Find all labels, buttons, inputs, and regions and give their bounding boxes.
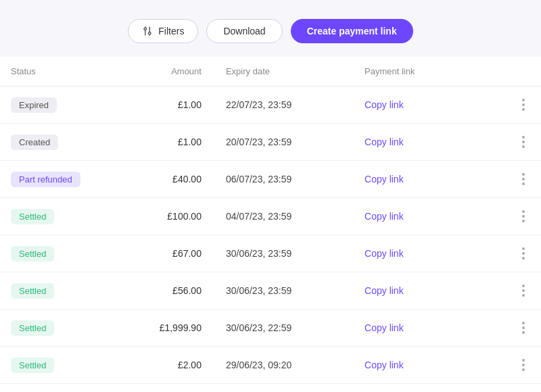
row-menu-button[interactable] (517, 319, 530, 337)
status-cell: Settled (0, 272, 139, 310)
payment-link-cell: Copy link (354, 198, 507, 235)
create-payment-link-button[interactable]: Create payment link (291, 19, 413, 43)
row-menu-button[interactable] (517, 245, 530, 262)
status-badge: Settled (11, 320, 54, 336)
expiry-cell: 04/07/23, 23:59 (215, 198, 354, 235)
dot (522, 182, 525, 185)
dot (522, 368, 525, 371)
menu-cell (507, 347, 541, 384)
dot (522, 252, 525, 255)
dot (522, 285, 525, 287)
copy-link-button[interactable]: Copy link (364, 211, 404, 222)
dot (522, 359, 525, 362)
column-header-expiry: Expiry date (215, 57, 354, 87)
status-cell: Expired (0, 87, 139, 124)
dot (522, 247, 525, 250)
row-menu-button[interactable] (517, 170, 530, 188)
column-header-status: Status (0, 57, 139, 87)
dot (522, 145, 525, 148)
table-row: Expired £1.00 22/07/23, 23:59 Copy link (0, 87, 541, 124)
dot (522, 178, 525, 180)
svg-point-1 (149, 32, 151, 34)
table-row: Part refunded £40.00 06/07/23, 23:59 Cop… (0, 161, 541, 198)
status-cell: Created (0, 124, 139, 161)
dot (522, 108, 525, 111)
dot (522, 257, 525, 260)
status-cell: Settled (0, 347, 139, 384)
amount-cell: £1.00 (139, 87, 215, 124)
copy-link-button[interactable]: Copy link (364, 322, 404, 333)
table-row: Settled £56.00 30/06/23, 23:59 Copy link (0, 272, 541, 310)
amount-cell: £100.00 (139, 198, 215, 235)
menu-cell (507, 124, 541, 161)
payment-links-table: Status Amount Expiry date Payment link (0, 57, 541, 392)
dot (522, 99, 525, 101)
filters-button[interactable]: Filters (128, 19, 198, 43)
download-button[interactable]: Download (206, 19, 282, 43)
payment-link-cell: Copy link (354, 87, 507, 124)
expiry-cell: 30/06/23, 22:59 (215, 310, 354, 347)
expiry-cell: 30/06/23, 23:59 (215, 235, 354, 272)
status-cell: Part refunded (0, 161, 139, 198)
dot (522, 210, 525, 213)
row-menu-button[interactable] (517, 207, 530, 225)
payment-link-cell: Copy link (354, 124, 507, 161)
table-row: Settled £1,999.90 30/06/23, 22:59 Copy l… (0, 310, 541, 347)
row-menu-button[interactable] (517, 96, 530, 114)
dot (522, 364, 525, 366)
dot (522, 289, 525, 292)
column-header-amount: Amount (139, 57, 215, 87)
expiry-cell: 29/06/23, 09:20 (215, 347, 354, 384)
amount-cell: £2.00 (139, 347, 215, 384)
amount-cell: £1.00 (139, 124, 215, 161)
svg-point-0 (144, 28, 147, 30)
expiry-cell: 20/07/23, 23:59 (215, 124, 354, 161)
menu-cell (507, 87, 541, 124)
dot (522, 331, 525, 334)
dot (522, 136, 525, 139)
status-badge: Expired (11, 97, 57, 113)
dot (522, 322, 525, 324)
status-badge: Part refunded (11, 172, 80, 187)
payment-link-cell: Copy link (354, 347, 507, 384)
table-row: Created £1.00 20/07/23, 23:59 Copy link (0, 124, 541, 161)
menu-cell (507, 272, 541, 310)
dot (522, 326, 525, 329)
status-cell: Settled (0, 310, 139, 347)
payment-link-cell: Copy link (354, 272, 507, 310)
create-label: Create payment link (307, 26, 397, 36)
copy-link-button[interactable]: Copy link (364, 137, 404, 147)
copy-link-button[interactable]: Copy link (364, 285, 404, 296)
row-menu-button[interactable] (517, 282, 530, 299)
amount-cell: £67.00 (139, 235, 215, 272)
copy-link-button[interactable]: Copy link (364, 99, 404, 110)
payment-link-cell: Copy link (354, 235, 507, 272)
status-badge: Settled (11, 358, 54, 373)
row-menu-button[interactable] (517, 133, 530, 151)
menu-cell (507, 161, 541, 198)
status-badge: Created (11, 134, 58, 150)
table-row: Settled £100.00 04/07/23, 23:59 Copy lin… (0, 198, 541, 235)
column-header-actions (507, 57, 541, 87)
copy-link-button[interactable]: Copy link (364, 174, 404, 185)
payment-link-cell: Copy link (354, 161, 507, 198)
copy-link-button[interactable]: Copy link (364, 360, 404, 370)
menu-cell (507, 310, 541, 347)
menu-cell (507, 198, 541, 235)
amount-cell: £40.00 (139, 161, 215, 198)
row-menu-button[interactable] (517, 356, 530, 374)
download-label: Download (223, 26, 265, 36)
table-row: Settled £67.00 30/06/23, 23:59 Copy link (0, 235, 541, 272)
dot (522, 220, 525, 222)
column-header-payment-link: Payment link (354, 57, 507, 87)
expiry-cell: 06/07/23, 23:59 (215, 161, 354, 198)
menu-cell (507, 235, 541, 272)
status-cell: Settled (0, 198, 139, 235)
copy-link-button[interactable]: Copy link (364, 248, 404, 259)
status-badge: Settled (11, 246, 54, 262)
dot (522, 173, 525, 176)
expiry-cell: 22/07/23, 23:59 (215, 87, 354, 124)
amount-cell: £1,999.90 (139, 310, 215, 347)
payment-link-cell: Copy link (354, 310, 507, 347)
dot (522, 294, 525, 297)
